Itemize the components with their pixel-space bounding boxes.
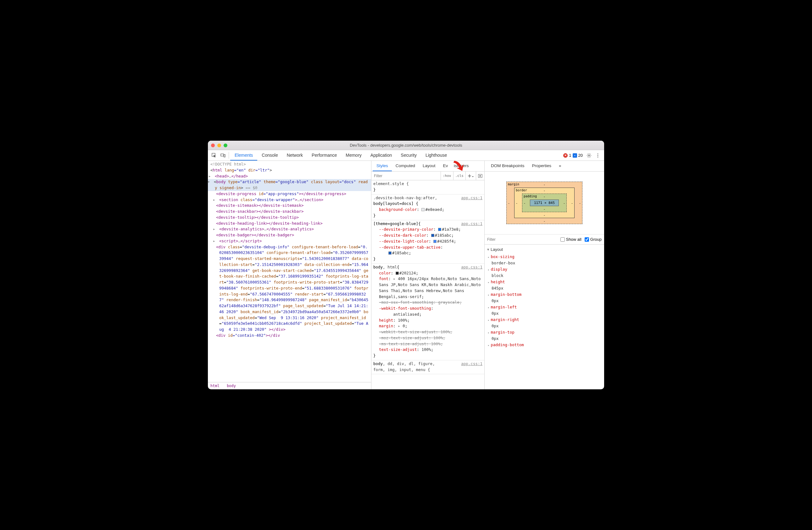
source-link[interactable]: app.css:1 [461,221,482,227]
dom-line[interactable]: <devsite-progress id="app-progress"></de… [208,191,371,197]
side-sub-tabs: DOM Breakpoints Properties » [484,161,604,171]
subtab-dom-breakpoints[interactable]: DOM Breakpoints [487,161,528,171]
tab-network[interactable]: Network [282,150,307,161]
status-area: ✕ 1 ▪ 20 [561,150,585,161]
dom-line[interactable]: ▸<script>…</script> [208,238,371,244]
subtab-styles[interactable]: Styles [373,161,392,171]
svg-point-5 [597,155,598,156]
computed-prop[interactable]: padding-bottom [484,342,604,348]
computed-prop[interactable]: margin-bottom0px [484,291,604,304]
dom-tree[interactable]: <!DOCTYPE html> <html lang="en" dir="ltr… [208,161,371,382]
subtab-computed[interactable]: Computed [392,161,419,171]
computed-prop[interactable]: margin-top0px [484,329,604,342]
error-count: 1 [569,153,571,158]
tab-application[interactable]: Application [366,150,396,161]
new-rule-button[interactable] [465,171,476,180]
bm-padding-label: padding [524,195,537,198]
computed-filter-input[interactable] [487,237,557,242]
tab-console[interactable]: Console [257,150,282,161]
dom-line[interactable]: <devsite-snackbar></devsite-snackbar> [208,209,371,215]
computed-prop[interactable]: displayblock [484,266,604,279]
annotation-arrow-icon [452,159,465,172]
maximize-button[interactable] [223,143,227,147]
error-icon[interactable]: ✕ [563,153,568,158]
inspect-icon[interactable] [210,150,219,161]
source-link[interactable]: app.css:1 [461,195,482,201]
toggle-common-button[interactable] [476,171,484,180]
style-rule[interactable]: .devsite-book-nav-bg:after,app.css:1 bod… [372,195,484,220]
styles-body[interactable]: element.style { } .devsite-book-nav-bg:a… [372,180,484,389]
computed-prop[interactable]: margin-left0px [484,304,604,317]
cls-button[interactable]: .cls [453,171,466,180]
group-header[interactable]: ▾Layout [484,246,604,254]
tab-elements[interactable]: Elements [230,150,257,161]
subtab-properties[interactable]: Properties [528,161,555,171]
main-tabs: Elements Console Network Performance Mem… [208,150,604,161]
dom-line[interactable]: <devsite-sitemask></devsite-sitemask> [208,203,371,209]
svg-point-3 [589,155,590,156]
group-checkbox[interactable]: Group [585,237,601,242]
crumb-body[interactable]: body [227,383,236,388]
tab-performance[interactable]: Performance [307,150,341,161]
svg-rect-1 [221,154,223,156]
subtab-layout[interactable]: Layout [419,161,439,171]
style-rule[interactable]: body, html {app.css:1 color: #202124; fo… [372,264,484,360]
source-link[interactable]: app.css:1 [461,361,482,367]
bm-content: 1171 × 845 [530,199,559,206]
tab-lighthouse[interactable]: Lighthouse [421,150,452,161]
message-icon[interactable]: ▪ [573,153,577,158]
dom-line[interactable]: <devsite-heading-link></devsite-heading-… [208,221,371,227]
dom-line[interactable]: <div class="devsite-debug-info" configur… [208,244,371,333]
close-button[interactable] [211,143,215,147]
panels-body: <!DOCTYPE html> <html lang="en" dir="ltr… [208,161,604,389]
computed-panel: DOM Breakpoints Properties » margin ----… [484,161,604,389]
show-all-checkbox[interactable]: Show all [561,237,581,242]
computed-prop[interactable]: height845px [484,279,604,291]
style-rule[interactable]: [theme=google-blue] {app.css:1 --devsite… [372,220,484,264]
svg-point-6 [597,156,598,157]
computed-list[interactable]: ▾Layout box-sizingborder-boxdisplayblock… [484,245,604,389]
kebab-icon[interactable] [593,150,602,161]
dom-line[interactable]: <!DOCTYPE html> [211,162,246,167]
device-icon[interactable] [219,150,227,161]
traffic-lights [211,143,227,147]
box-model[interactable]: margin ---- border ---- padding ---- 117… [484,171,604,235]
style-rule[interactable]: body, dd, div, dl, figure,app.css:1 form… [372,360,484,375]
computed-prop[interactable]: box-sizingborder-box [484,254,604,266]
source-link[interactable]: app.css:1 [461,264,482,270]
computed-prop[interactable]: margin-right0px [484,317,604,329]
dom-line[interactable]: ▸<head>…</head> [208,173,371,179]
tab-security[interactable]: Security [396,150,421,161]
elements-panel: <!DOCTYPE html> <html lang="en" dir="ltr… [208,161,372,389]
bm-margin-label: margin [508,183,519,186]
titlebar: DevTools - developers.google.com/web/too… [208,141,604,150]
bm-border-label: border [516,189,527,192]
dom-line[interactable]: <html lang="en" dir="ltr"> [208,167,371,173]
tab-memory[interactable]: Memory [341,150,366,161]
devtools-window: DevTools - developers.google.com/web/too… [208,141,604,389]
window-title: DevTools - developers.google.com/web/too… [350,143,462,148]
crumb-html[interactable]: html [211,383,219,388]
dom-line[interactable]: <div id="contain-402"></div [208,333,371,339]
minimize-button[interactable] [217,143,221,147]
gear-icon[interactable] [585,150,593,161]
message-count: 20 [578,153,583,158]
svg-point-4 [597,153,598,154]
dom-line[interactable]: ▸<section class="devsite-wrapper">…</sec… [208,197,371,203]
svg-rect-2 [224,155,225,157]
subtab-more[interactable]: » [555,161,565,171]
sub-tabs: Styles Computed Layout Ev isteners [372,161,484,171]
breadcrumb: html body [208,382,371,389]
style-rule[interactable]: element.style { } [372,180,484,195]
dom-line[interactable]: <devsite-badger></devsite-badger> [208,232,371,238]
dom-line[interactable]: ▸<devsite-analytics>…</devsite-analytics… [208,226,371,232]
computed-filterbar: Show all Group [484,235,604,245]
dom-line[interactable]: <devsite-tooltip></devsite-tooltip> [208,215,371,221]
hov-button[interactable]: :hov [440,171,453,180]
styles-filter-input[interactable] [372,174,440,178]
dom-selected-line[interactable]: ⋯ ▾<body type="article" theme="google-bl… [208,179,371,191]
styles-filterbar: :hov .cls [372,171,484,180]
styles-panel: Styles Computed Layout Ev isteners :hov … [372,161,484,389]
